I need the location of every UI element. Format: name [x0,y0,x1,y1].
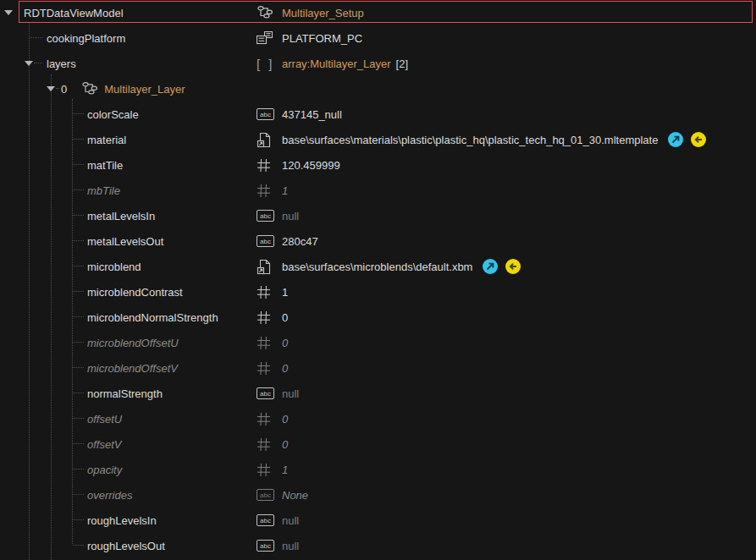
string-abc-icon: abc [254,108,282,120]
tree-connector [30,37,42,38]
property-value: PLATFORM_PC [282,32,362,45]
jump-to-file-button[interactable] [483,259,498,274]
row-microblend[interactable]: microblend base\surfaces\microblends\def… [0,254,756,279]
property-value: 0 [282,362,288,375]
property-name: normalStrength [87,387,163,400]
property-value: null [282,540,299,552]
import-back-arrow-button[interactable] [505,259,521,274]
tree-connector [73,443,84,444]
string-abc-icon: abc [254,210,282,222]
string-abc-icon: abc [254,540,282,552]
tree-connector [73,291,84,292]
svg-text:abc: abc [260,491,271,499]
tree-connector [73,189,84,190]
property-value: 437145_null [282,108,342,121]
row-roughLevelsIn[interactable]: roughLevelsIn abc null [0,508,756,533]
string-abc-icon: abc [254,514,282,526]
property-name: colorScale [87,108,139,121]
svg-text:abc: abc [260,542,271,550]
property-value: null [282,514,299,527]
property-name: opacity [87,464,122,476]
number-hash-icon [254,310,282,325]
row-RDTDataViewModel[interactable]: RDTDataViewModel Multilayer_Setup [0,0,756,25]
tree-connector [73,240,84,241]
number-hash-icon [254,412,282,426]
expander-chevron-icon[interactable] [47,86,55,91]
property-name: microblendOffsetV [87,362,178,375]
tree-connector [73,139,84,140]
property-value: 1 [282,286,288,299]
property-name: microblendContrast [87,286,183,299]
row-overrides[interactable]: overrides abc None [0,482,756,508]
row-colorScale[interactable]: colorScale abc 437145_null [0,102,756,127]
property-value: 280c47 [282,235,318,248]
tree-connector [34,63,42,63]
property-name: matTile [87,159,123,172]
string-abc-icon: abc [254,235,282,247]
number-hash-icon [254,285,282,299]
resource-link-icon [254,132,282,148]
class-name: Multilayer_Layer [104,83,185,96]
tree-connector [73,342,84,343]
expander-chevron-icon[interactable] [25,61,33,66]
number-hash-icon [254,437,282,452]
property-value: array:Multilayer_Layer [282,58,391,70]
number-hash-icon [254,184,282,198]
tree-connector [73,215,84,216]
row-layer-0[interactable]: 0 Multilayer_Layer [0,76,756,102]
import-back-arrow-button[interactable] [691,132,706,147]
row-microblendOffsetV[interactable]: microblendOffsetV 0 [0,355,756,381]
tree-connector [73,113,84,114]
tree-connector [73,519,84,520]
resource-path: base\surfaces\materials\plastic\plastic_… [282,134,658,146]
svg-text:abc: abc [260,238,271,245]
row-microblendContrast[interactable]: microblendContrast 1 [0,279,756,305]
property-name: microblend [87,261,141,273]
tree-connector [73,393,84,393]
jump-to-file-button[interactable] [668,132,683,147]
array-count: [2] [396,58,408,70]
class-icon [254,5,282,20]
property-value: null [282,210,299,222]
row-roughLevelsOut[interactable]: roughLevelsOut abc null [0,533,756,558]
row-offsetU[interactable]: offsetU 0 [0,406,756,431]
node-label: RDTDataViewModel [24,7,124,19]
row-microblendNormalStrength[interactable]: microblendNormalStrength 0 [0,305,756,330]
row-material[interactable]: material base\surfaces\materials\plastic… [0,127,756,152]
row-metalLevelsIn[interactable]: metalLevelsIn abc null [0,203,756,228]
svg-text:abc: abc [260,517,271,524]
row-opacity[interactable]: opacity 1 [0,457,756,482]
row-mbTile[interactable]: mbTile 1 [0,178,756,203]
row-microblendOffsetU[interactable]: microblendOffsetU 0 [0,330,756,355]
enum-icon [254,31,282,45]
property-name: roughLevelsOut [87,540,165,552]
property-value: 120.459999 [282,159,340,172]
property-value: 0 [282,438,288,451]
row-offsetV[interactable]: offsetV 0 [0,431,756,457]
tree-connector [73,367,84,368]
tree-connector [56,88,59,89]
row-matTile[interactable]: matTile 120.459999 [0,152,756,178]
tree-connector [73,266,84,266]
row-layers[interactable]: layers [ ] array:Multilayer_Layer [2] [0,51,756,76]
property-name: microblendNormalStrength [87,311,218,324]
property-name: microblendOffsetU [87,337,179,349]
row-normalStrength[interactable]: normalStrength abc null [0,381,756,406]
expander-chevron-icon[interactable] [4,10,13,15]
property-name: material [87,134,126,146]
property-value: 0 [282,337,288,349]
string-abc-icon: abc [254,387,282,399]
tree-connector [73,494,84,495]
property-name: overrides [87,489,132,502]
property-name: roughLevelsIn [87,514,157,527]
property-name: metalLevelsOut [87,235,163,248]
property-name: layers [47,58,76,70]
row-metalLevelsOut[interactable]: metalLevelsOut abc 280c47 [0,228,756,254]
property-value: 1 [282,184,288,197]
row-cookingPlatform[interactable]: cookingPlatform PLATFORM_PC [0,25,756,51]
tree-connector [73,469,84,469]
number-hash-icon [254,158,282,173]
property-name: metalLevelsIn [87,210,155,222]
number-hash-icon [254,336,282,350]
property-value: 0 [282,311,288,324]
